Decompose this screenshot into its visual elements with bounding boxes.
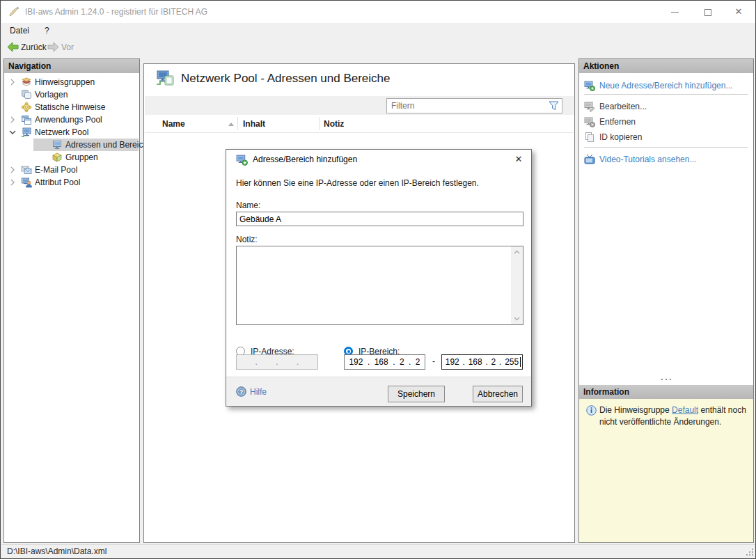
filter-input[interactable] xyxy=(391,99,541,113)
chevron-right-icon[interactable] xyxy=(8,178,17,187)
back-button[interactable]: Zurück xyxy=(7,40,47,54)
ip-segment[interactable]: 2 xyxy=(416,357,420,367)
ip-segment[interactable]: 168 xyxy=(468,357,482,367)
filter-strip xyxy=(145,96,574,115)
action-label: Neue Adresse/Bereich hinzufügen... xyxy=(599,78,732,93)
action-bearbeiten[interactable]: Bearbeiten... xyxy=(579,99,753,114)
actions-header: Aktionen xyxy=(579,59,753,73)
ip-segment[interactable]: 255 xyxy=(505,357,519,367)
ip-range-to-input[interactable]: 192.168.2.255 xyxy=(441,354,523,370)
chevron-right-icon[interactable] xyxy=(8,115,17,125)
splitter-dot xyxy=(666,379,667,380)
dialog-close-button[interactable]: ✕ xyxy=(510,152,527,167)
scroll-down-icon[interactable] xyxy=(511,313,523,324)
tree-item-email-pool[interactable]: E-Mail Pool xyxy=(4,164,139,176)
ip-dot: . xyxy=(463,357,465,367)
close-button[interactable]: ✕ xyxy=(727,1,750,23)
tree-item-netzwerk-pool[interactable]: Netzwerk Pool xyxy=(4,126,139,139)
dialog-title: Adresse/Bereich hinzufügen xyxy=(253,155,357,164)
scrollbar[interactable] xyxy=(511,246,523,324)
tree-item-statische-hinweise[interactable]: Statische Hinweise xyxy=(4,101,139,113)
resize-grip-icon[interactable] xyxy=(744,546,754,556)
forward-button[interactable]: Vor xyxy=(47,40,74,54)
ip-segment[interactable]: 2 xyxy=(491,357,496,367)
column-header-notiz[interactable]: Notiz xyxy=(324,115,344,133)
monitor-add-icon xyxy=(584,80,595,91)
text-caret xyxy=(520,357,521,367)
tree-item-hinweisgruppen[interactable]: Hinweisgruppen xyxy=(4,76,139,88)
filter-funnel-icon[interactable] xyxy=(549,101,559,111)
default-group-link[interactable]: Default xyxy=(672,405,698,415)
ip-range-from-input[interactable]: 192.168.2.2 xyxy=(344,354,425,370)
window-title: IBI-aws Admin 1.24.0 - registriert für I… xyxy=(25,1,207,23)
chevron-right-icon[interactable] xyxy=(8,77,17,87)
person-monitor-icon xyxy=(21,177,32,188)
video-icon xyxy=(584,154,595,165)
cube-icon xyxy=(52,152,63,163)
cancel-button[interactable]: Abbrechen xyxy=(473,386,523,402)
network-pool-header-icon xyxy=(156,70,175,88)
tree-item-label: Gruppen xyxy=(65,151,98,164)
note-textarea[interactable] xyxy=(236,246,523,325)
action-label: Entfernen xyxy=(599,114,636,129)
tree-item-gruppen[interactable]: Gruppen xyxy=(4,151,139,164)
name-label: Name: xyxy=(236,200,260,210)
info-icon xyxy=(586,405,597,416)
tree-item-label: Netzwerk Pool xyxy=(35,126,88,139)
tree-item-vorlagen[interactable]: Vorlagen xyxy=(4,88,139,101)
panel-splitter[interactable] xyxy=(579,379,753,383)
menu-help[interactable]: ? xyxy=(40,23,54,38)
ip-segment xyxy=(245,357,247,367)
table-header: Name Inhalt Notiz xyxy=(145,115,574,133)
name-input[interactable] xyxy=(236,212,523,226)
svg-text:?: ? xyxy=(239,388,243,395)
monitor-remove-icon xyxy=(584,116,595,127)
splitter-dot xyxy=(670,379,671,380)
info-text-before: Die Hinweisgruppe xyxy=(599,405,670,415)
save-button[interactable]: Speichern xyxy=(388,386,445,402)
page-title: Netzwerk Pool - Adressen und Bereiche xyxy=(181,72,391,86)
tree-item-label: Anwendungs Pool xyxy=(35,113,102,126)
help-icon[interactable]: ? xyxy=(236,386,246,397)
toolbar: Zurück Vor xyxy=(1,38,756,56)
column-header-inhalt[interactable]: Inhalt xyxy=(243,115,265,133)
action-video-tutorials[interactable]: Video-Tutorials ansehen... xyxy=(579,152,753,167)
ip-segment xyxy=(307,357,309,367)
tree-item-adressen-und-bereiche[interactable]: Adressen und Bereiche xyxy=(4,139,139,151)
navigation-header: Navigation xyxy=(4,59,139,73)
chevron-right-icon[interactable] xyxy=(8,165,17,175)
minimize-button[interactable] xyxy=(663,1,686,23)
ip-segment xyxy=(286,357,288,367)
column-separator[interactable] xyxy=(237,117,238,130)
tree-item-anwendungs-pool[interactable]: Anwendungs Pool xyxy=(4,113,139,126)
dialog-description: Hier können Sie eine IP-Adresse oder ein… xyxy=(236,178,479,188)
dialog-footer: ? Hilfe Speichern Abbrechen xyxy=(226,377,531,406)
ip-segment[interactable]: 2 xyxy=(400,357,404,367)
chevron-down-icon[interactable] xyxy=(8,127,17,137)
tree-item-attribut-pool[interactable]: Attribut Pool xyxy=(4,176,139,189)
layers-icon xyxy=(21,77,32,88)
action-id-kopieren[interactable]: ID kopieren xyxy=(579,129,753,145)
navigation-tree: Hinweisgruppen Vorlagen Statis xyxy=(4,73,139,189)
column-separator[interactable] xyxy=(319,117,320,130)
titlebar: IBI-aws Admin 1.24.0 - registriert für I… xyxy=(1,1,756,23)
action-label: ID kopieren xyxy=(599,129,642,145)
separator xyxy=(584,94,748,95)
ip-segment[interactable]: 192 xyxy=(446,357,459,367)
action-new-address[interactable]: Neue Adresse/Bereich hinzufügen... xyxy=(579,78,753,93)
action-entfernen[interactable]: Entfernen xyxy=(579,114,753,129)
ip-segment[interactable]: 168 xyxy=(375,357,388,367)
ip-dot: . xyxy=(276,357,278,367)
maximize-button[interactable] xyxy=(696,1,720,23)
filter-box xyxy=(386,98,562,113)
information-body: Die Hinweisgruppe Default enthält noch n… xyxy=(579,399,753,542)
help-link[interactable]: Hilfe xyxy=(250,387,267,397)
ip-segment xyxy=(265,357,267,367)
monitor-edit-icon xyxy=(584,101,595,112)
scroll-up-icon[interactable] xyxy=(511,246,523,258)
ip-address-input-disabled: . . . xyxy=(236,354,318,370)
ip-segment[interactable]: 192 xyxy=(349,357,363,367)
menu-datei[interactable]: Datei xyxy=(6,23,33,38)
column-header-name[interactable]: Name xyxy=(162,115,185,133)
statusbar: D:\IBI-aws\Admin\Data.xml xyxy=(1,544,756,558)
